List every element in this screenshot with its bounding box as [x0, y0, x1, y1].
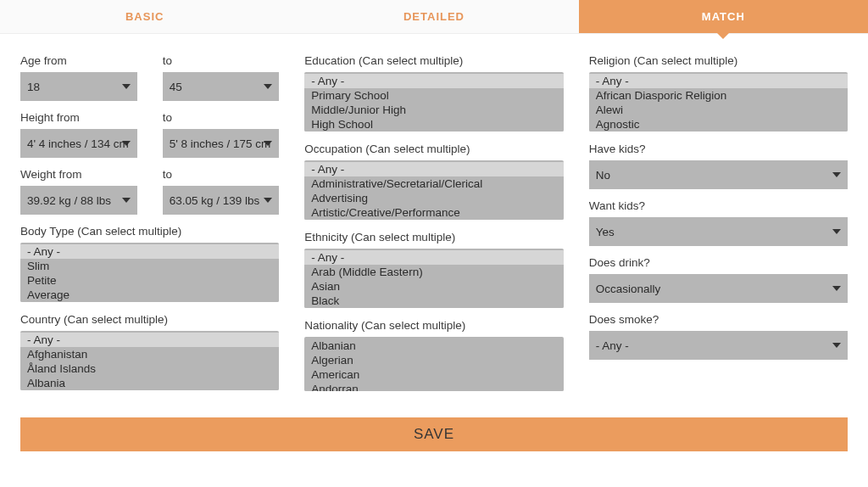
tab-basic[interactable]: BASIC: [0, 0, 289, 33]
age-to-label: to: [163, 54, 280, 67]
occupation-select[interactable]: - Any - Administrative/Secretarial/Cleri…: [304, 160, 563, 220]
save-button-label: SAVE: [414, 426, 454, 442]
does-drink-select[interactable]: Occasionally: [589, 274, 848, 303]
does-drink-label: Does drink?: [589, 256, 848, 269]
height-to-label: to: [163, 111, 280, 124]
country-select[interactable]: - Any - Afghanistan Åland Islands Albani…: [20, 331, 279, 390]
religion-label: Religion (Can select multiple): [589, 54, 848, 67]
age-from-select[interactable]: 18: [20, 72, 137, 101]
does-smoke-select[interactable]: - Any -: [589, 331, 848, 360]
tab-detailed-label: DETAILED: [403, 10, 465, 23]
weight-from-label: Weight from: [20, 168, 137, 181]
tab-match-label: MATCH: [702, 10, 745, 23]
country-label: Country (Can select multiple): [20, 313, 279, 326]
body-type-select[interactable]: - Any - Slim Petite Average: [20, 243, 279, 302]
ethnicity-select[interactable]: - Any - Arab (Middle Eastern) Asian Blac…: [304, 249, 563, 308]
column-right: Religion (Can select multiple) - Any - A…: [589, 51, 848, 399]
occupation-label: Occupation (Can select multiple): [304, 143, 563, 155]
weight-to-label: to: [163, 168, 280, 181]
nationality-select[interactable]: Albanian Algerian American Andorran Ango…: [304, 337, 563, 391]
have-kids-label: Have kids?: [589, 143, 848, 155]
height-to-select[interactable]: 5' 8 inches / 175 cm: [163, 129, 280, 158]
tab-match[interactable]: MATCH: [579, 0, 868, 33]
match-form: Age from 18 to 45 Height from 4' 4 inche…: [0, 34, 868, 411]
height-from-label: Height from: [20, 111, 137, 124]
have-kids-select[interactable]: No: [589, 160, 848, 189]
religion-select[interactable]: - Any - African Diasporic Religion Alewi…: [589, 72, 848, 132]
height-from-select[interactable]: 4' 4 inches / 134 cm: [20, 129, 137, 158]
body-type-label: Body Type (Can select multiple): [20, 225, 279, 238]
education-select[interactable]: - Any - Primary School Middle/Junior Hig…: [304, 72, 563, 132]
want-kids-select[interactable]: Yes: [589, 217, 848, 246]
tab-detailed[interactable]: DETAILED: [289, 0, 578, 33]
weight-to-select[interactable]: 63.05 kg / 139 lbs: [163, 186, 280, 215]
save-bar: SAVE: [20, 417, 848, 451]
ethnicity-label: Ethnicity (Can select multiple): [304, 231, 563, 244]
column-left: Age from 18 to 45 Height from 4' 4 inche…: [20, 51, 279, 399]
tab-basic-label: BASIC: [125, 10, 164, 23]
save-button[interactable]: SAVE: [20, 417, 848, 451]
nationality-label: Nationality (Can select multiple): [304, 319, 563, 332]
weight-from-select[interactable]: 39.92 kg / 88 lbs: [20, 186, 137, 215]
age-from-label: Age from: [20, 54, 137, 67]
tabs: BASIC DETAILED MATCH: [0, 0, 868, 34]
does-smoke-label: Does smoke?: [589, 313, 848, 326]
column-center: Education (Can select multiple) - Any - …: [304, 51, 563, 399]
education-label: Education (Can select multiple): [304, 54, 563, 67]
want-kids-label: Want kids?: [589, 199, 848, 212]
age-to-select[interactable]: 45: [163, 72, 280, 101]
